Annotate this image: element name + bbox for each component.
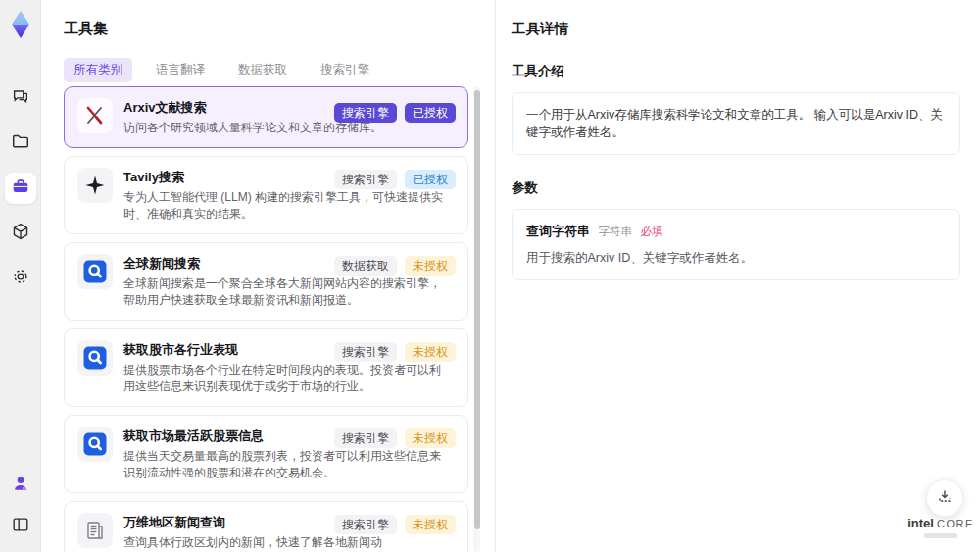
tool-badges: 搜索引擎未授权 <box>334 428 456 448</box>
sidebar-item-profile[interactable] <box>5 470 36 501</box>
app-sidebar <box>0 0 41 552</box>
auth-status-badge: 未授权 <box>405 428 456 448</box>
list-scrollbar-thumb[interactable] <box>474 90 480 529</box>
category-badge: 搜索引擎 <box>334 170 397 189</box>
sidebar-item-settings[interactable] <box>5 263 36 294</box>
download-button[interactable] <box>926 479 963 517</box>
auth-status-badge: 已授权 <box>405 103 456 123</box>
intel-core-logo: intelCORE <box>906 514 975 538</box>
details-title: 工具详情 <box>512 20 960 38</box>
folder-icon <box>11 131 30 155</box>
gear-icon <box>11 267 30 290</box>
tool-card[interactable]: 获取股市各行业表现提供股票市场各个行业在特定时间段内的表现。投资者可以利用这些信… <box>64 328 468 407</box>
tool-description: 全球新闻搜索是一个聚合全球各大新闻网站内容的搜索引擎，帮助用户快速获取全球最新资… <box>123 276 445 309</box>
param-item: 查询字符串 字符串 必填 用于搜索的Arxiv ID、关键字或作者姓名。 <box>512 209 960 280</box>
auth-status-badge: 未授权 <box>405 342 456 362</box>
arxiv-icon <box>77 98 113 133</box>
param-name: 查询字符串 <box>526 224 590 238</box>
panel-collapse-icon <box>11 515 30 538</box>
sidebar-item-models[interactable] <box>5 218 36 249</box>
user-avatar-icon <box>11 474 30 497</box>
intro-heading: 工具介绍 <box>512 63 960 80</box>
tool-details-panel: 工具详情 工具介绍 一个用于从Arxiv存储库搜索科学论文和文章的工具。 输入可… <box>495 0 980 552</box>
news-search-icon <box>77 427 113 462</box>
auth-status-badge: 未授权 <box>405 515 456 534</box>
tool-card[interactable]: 获取市场最活跃股票信息提供当天交易量最高的股票列表，投资者可以利用这些信息来识别… <box>64 415 468 493</box>
param-desc: 用于搜索的Arxiv ID、关键字或作者姓名。 <box>526 249 946 267</box>
tab-all-categories[interactable]: 所有类别 <box>64 58 132 82</box>
tool-list-panel: 工具集 所有类别语言翻译数据获取搜索引擎 Arxiv文献搜索访问各个研究领域大量… <box>41 0 495 552</box>
param-required-badge: 必填 <box>640 226 662 237</box>
tavily-star-icon <box>77 168 113 203</box>
tool-list: Arxiv文献搜索访问各个研究领域大量科学论文和文章的存储库。搜索引擎已授权Ta… <box>64 86 468 552</box>
category-badge: 搜索引擎 <box>334 342 397 362</box>
param-header: 查询字符串 字符串 必填 <box>526 223 946 240</box>
tab-2[interactable]: 数据获取 <box>228 58 297 82</box>
tool-description: 专为人工智能代理 (LLM) 构建的搜索引擎工具，可快速提供实时、准确和真实的结… <box>123 189 445 223</box>
tool-badges: 搜索引擎未授权 <box>334 515 456 534</box>
cube-icon <box>11 222 30 245</box>
intel-wordmark: intel <box>907 516 934 530</box>
newspaper-icon <box>77 513 113 548</box>
tool-badges: 数据获取未授权 <box>334 256 456 276</box>
tab-3[interactable]: 搜索引擎 <box>311 58 379 82</box>
tool-description: 提供当天交易量最高的股票列表，投资者可以利用这些信息来识别流动性强的股票和潜在的… <box>123 448 445 481</box>
tool-description: 查询具体行政区划内的新闻，快速了解各地新闻动 <box>123 534 445 551</box>
category-badge: 数据获取 <box>334 256 397 276</box>
download-icon <box>936 487 954 509</box>
auth-status-badge: 未授权 <box>405 256 456 276</box>
tab-1[interactable]: 语言翻译 <box>146 58 215 82</box>
intro-text: 一个用于从Arxiv存储库搜索科学论文和文章的工具。 输入可以是Arxiv ID… <box>512 92 960 155</box>
auth-status-badge: 已授权 <box>405 170 456 189</box>
page-title: 工具集 <box>41 0 495 38</box>
list-scrollbar[interactable] <box>473 86 480 552</box>
param-type: 字符串 <box>598 226 632 237</box>
tool-badges: 搜索引擎已授权 <box>334 103 456 123</box>
news-search-icon <box>77 340 113 376</box>
tool-card[interactable]: 万维地区新闻查询查询具体行政区划内的新闻，快速了解各地新闻动搜索引擎未授权 <box>64 501 468 552</box>
sidebar-item-files[interactable] <box>5 127 36 159</box>
intel-logo-sub-bar <box>924 533 957 538</box>
app-logo-icon <box>6 10 35 39</box>
sidebar-item-chat[interactable] <box>5 82 36 114</box>
category-badge: 搜索引擎 <box>334 103 397 123</box>
params-heading: 参数 <box>512 179 960 197</box>
core-wordmark: CORE <box>937 518 974 529</box>
collapse-sidebar-button[interactable] <box>5 511 36 542</box>
category-badge: 搜索引擎 <box>334 428 397 448</box>
category-badge: 搜索引擎 <box>334 515 397 534</box>
tool-card[interactable]: 全球新闻搜索全球新闻搜索是一个聚合全球各大新闻网站内容的搜索引擎，帮助用户快速获… <box>64 242 468 321</box>
sidebar-item-tools[interactable] <box>5 173 36 204</box>
news-search-icon <box>77 254 113 289</box>
category-tabs: 所有类别语言翻译数据获取搜索引擎 <box>64 58 495 82</box>
briefcase-icon <box>11 176 30 200</box>
tool-badges: 搜索引擎已授权 <box>334 170 456 189</box>
chat-icon <box>11 86 30 110</box>
tool-badges: 搜索引擎未授权 <box>334 342 456 362</box>
tool-card[interactable]: Arxiv文献搜索访问各个研究领域大量科学论文和文章的存储库。搜索引擎已授权 <box>64 86 468 148</box>
tool-card[interactable]: Tavily搜索专为人工智能代理 (LLM) 构建的搜索引擎工具，可快速提供实时… <box>64 156 468 234</box>
tool-description: 提供股票市场各个行业在特定时间段内的表现。投资者可以利用这些信息来识别表现优于或… <box>123 362 445 395</box>
